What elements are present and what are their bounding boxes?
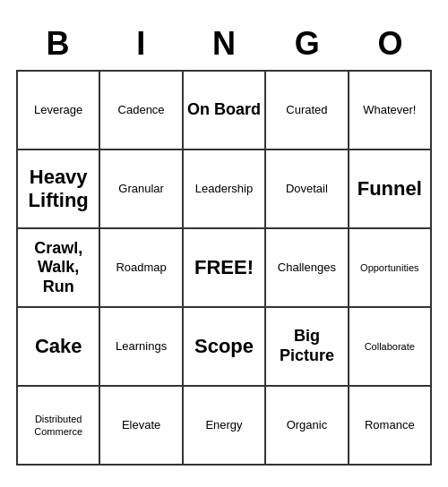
- bingo-cell: Leverage: [18, 72, 100, 150]
- bingo-cell: Collaborate: [349, 308, 432, 387]
- bingo-cell: Dovetail: [266, 150, 349, 229]
- bingo-cell: Whatever!: [349, 72, 432, 150]
- bingo-cell: Energy: [184, 387, 266, 466]
- header-letter: G: [265, 21, 349, 66]
- bingo-cell: Organic: [266, 387, 349, 466]
- bingo-cell: Curated: [266, 72, 349, 150]
- header-letter: N: [183, 21, 266, 66]
- bingo-cell: Heavy Lifting: [18, 150, 100, 229]
- bingo-header: BINGO: [16, 21, 432, 66]
- bingo-cell: Crawl, Walk, Run: [18, 229, 100, 308]
- bingo-cell: Elevate: [100, 387, 183, 466]
- bingo-cell: Leadership: [184, 150, 266, 229]
- bingo-cell: Romance: [349, 387, 432, 466]
- bingo-cell: On Board: [184, 72, 266, 150]
- bingo-cell: Distributed Commerce: [18, 387, 100, 466]
- bingo-cell: Cake: [18, 308, 100, 387]
- header-letter: B: [16, 21, 99, 66]
- bingo-cell: Learnings: [100, 308, 183, 387]
- bingo-cell: FREE!: [184, 229, 266, 308]
- bingo-cell: Granular: [100, 150, 183, 229]
- bingo-cell: Big Picture: [266, 308, 349, 387]
- bingo-cell: Cadence: [100, 72, 183, 150]
- bingo-card: BINGO LeverageCadenceOn BoardCuratedWhat…: [9, 14, 439, 473]
- bingo-cell: Roadmap: [100, 229, 183, 308]
- header-letter: O: [349, 21, 432, 66]
- bingo-cell: Challenges: [266, 229, 349, 308]
- bingo-cell: Scope: [184, 308, 266, 387]
- header-letter: I: [99, 21, 183, 66]
- bingo-cell: Opportunities: [349, 229, 432, 308]
- bingo-cell: Funnel: [349, 150, 432, 229]
- bingo-grid: LeverageCadenceOn BoardCuratedWhatever!H…: [16, 70, 432, 466]
